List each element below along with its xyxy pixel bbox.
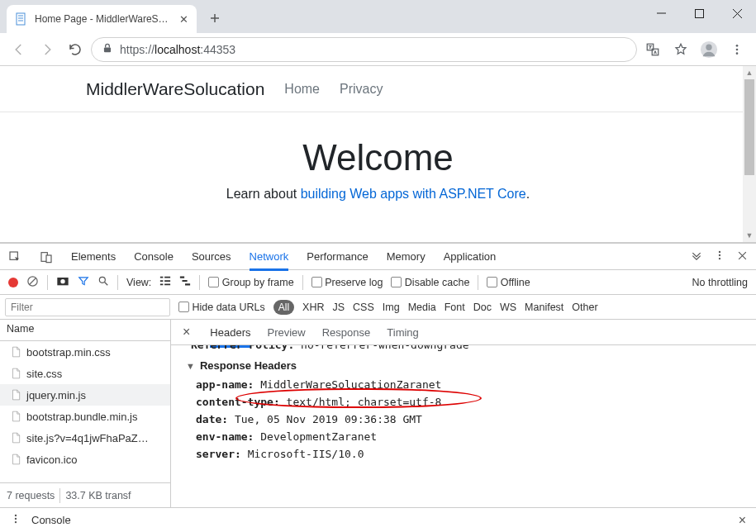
screenshot-icon[interactable] (56, 275, 69, 289)
close-window-button[interactable] (718, 0, 756, 26)
hide-data-urls-checkbox[interactable]: Hide data URLs (178, 302, 265, 313)
response-headers-section[interactable]: ▼ Response Headers (186, 359, 756, 372)
nav-privacy[interactable]: Privacy (340, 82, 383, 97)
scroll-thumb[interactable] (744, 79, 754, 175)
clear-log-icon[interactable] (26, 275, 39, 290)
profile-icon[interactable] (697, 37, 721, 62)
request-row[interactable]: site.js?v=4q1jwFhaPaZ… (0, 427, 170, 449)
headers-body[interactable]: Referrer Policy: no-referrer-when-downgr… (171, 345, 756, 507)
tab-sources[interactable]: Sources (192, 250, 231, 263)
request-row[interactable]: bootstrap.bundle.min.js (0, 406, 170, 427)
type-css[interactable]: CSS (353, 302, 374, 313)
type-other[interactable]: Other (572, 302, 597, 313)
drawer-tab-console[interactable]: Console (31, 514, 71, 526)
header-value: Microsoft-IIS/10.0 (248, 448, 364, 460)
nav-home[interactable]: Home (284, 82, 320, 97)
reload-button[interactable] (63, 37, 88, 62)
maximize-button[interactable] (680, 0, 718, 26)
svg-point-10 (706, 44, 711, 50)
detail-tab-timing[interactable]: Timing (387, 326, 419, 339)
type-font[interactable]: Font (445, 302, 465, 313)
forward-button[interactable] (35, 37, 59, 62)
omnibox[interactable]: https://localhost:44353 (91, 37, 637, 62)
type-media[interactable]: Media (408, 302, 436, 313)
svg-line-21 (30, 278, 36, 284)
group-by-frame-checkbox[interactable]: Group by frame (208, 277, 293, 288)
detail-close-icon[interactable]: × (183, 325, 190, 340)
star-icon[interactable] (668, 37, 693, 62)
scroll-down-icon[interactable]: ▼ (743, 229, 756, 242)
header-key: env-name: (196, 430, 254, 443)
more-tabs-icon[interactable] (691, 249, 702, 264)
learn-link[interactable]: building Web apps with ASP.NET Core (301, 187, 526, 201)
type-doc[interactable]: Doc (473, 302, 492, 313)
file-icon (10, 411, 21, 422)
type-all[interactable]: All (273, 300, 294, 315)
request-list: Name bootstrap.min.csssite.cssjquery.min… (0, 320, 171, 507)
devtools-menu-icon[interactable] (714, 249, 725, 264)
request-row[interactable]: favicon.ico (0, 449, 170, 470)
request-row[interactable]: jquery.min.js (0, 384, 170, 406)
favicon-icon (15, 12, 28, 26)
large-rows-icon[interactable] (159, 275, 171, 289)
request-name: bootstrap.bundle.min.js (26, 411, 137, 423)
search-icon[interactable] (97, 275, 109, 289)
new-tab-button[interactable] (203, 7, 226, 30)
request-row[interactable]: bootstrap.min.css (0, 341, 170, 363)
svg-point-28 (15, 521, 17, 523)
filter-icon[interactable] (78, 275, 89, 289)
devtools-panel: Elements Console Sources Network Perform… (0, 243, 756, 532)
translate-icon[interactable] (640, 37, 665, 62)
view-label: View: (126, 277, 151, 288)
minimize-button[interactable] (642, 0, 680, 26)
page-viewport: MiddlerWareSolucation Home Privacy Welco… (0, 66, 756, 243)
type-js[interactable]: JS (332, 302, 345, 313)
tab-memory[interactable]: Memory (387, 250, 426, 263)
tab-close-icon[interactable]: ✕ (179, 13, 188, 26)
separator (59, 488, 60, 503)
record-button[interactable] (8, 278, 18, 287)
tab-console[interactable]: Console (134, 250, 174, 263)
scroll-up-icon[interactable]: ▲ (743, 66, 756, 79)
detail-tab-preview[interactable]: Preview (267, 326, 305, 339)
tab-application[interactable]: Application (444, 250, 497, 263)
browser-tab[interactable]: Home Page - MiddlerWareSoluca ✕ (7, 5, 197, 33)
drawer-menu-icon[interactable] (10, 513, 21, 527)
file-icon (10, 346, 21, 358)
drawer-close-icon[interactable]: × (739, 513, 746, 528)
request-list-header[interactable]: Name (0, 320, 170, 341)
device-toggle-icon[interactable] (40, 250, 53, 264)
tab-title: Home Page - MiddlerWareSoluca (35, 13, 173, 25)
brand-link[interactable]: MiddlerWareSolucation (86, 79, 264, 99)
file-icon (10, 432, 21, 444)
url-text: https://localhost:44353 (120, 43, 235, 56)
lock-icon (102, 42, 113, 56)
request-row[interactable]: site.css (0, 363, 170, 384)
detail-tab-headers[interactable]: Headers (210, 326, 250, 348)
preserve-log-checkbox[interactable]: Preserve log (311, 277, 383, 288)
waterfall-icon[interactable] (179, 275, 191, 289)
tab-network[interactable]: Network (250, 250, 289, 271)
detail-tab-response[interactable]: Response (322, 326, 371, 339)
header-value: Tue, 05 Nov 2019 09:36:38 GMT (235, 413, 422, 425)
kebab-menu-icon[interactable] (725, 37, 749, 62)
type-ws[interactable]: WS (500, 302, 516, 313)
type-xhr[interactable]: XHR (302, 302, 324, 313)
devtools-close-icon[interactable] (737, 250, 748, 264)
separator (302, 275, 303, 290)
filter-input[interactable] (5, 298, 170, 316)
back-button[interactable] (7, 37, 31, 62)
type-img[interactable]: Img (383, 302, 400, 313)
disable-cache-checkbox[interactable]: Disable cache (391, 277, 469, 288)
type-manifest[interactable]: Manifest (525, 302, 563, 313)
tab-performance[interactable]: Performance (307, 250, 368, 263)
request-name: site.css (26, 368, 62, 380)
page-scrollbar[interactable]: ▲ ▼ (743, 66, 756, 242)
throttling-select[interactable]: No throttling (692, 277, 748, 288)
inspect-element-icon[interactable] (8, 250, 21, 264)
svg-point-19 (719, 258, 720, 259)
network-filterbar: Hide data URLs All XHR JS CSS Img Media … (0, 295, 756, 320)
request-count: 7 requests (7, 490, 55, 501)
offline-checkbox[interactable]: Offline (487, 277, 530, 288)
tab-elements[interactable]: Elements (71, 250, 116, 263)
